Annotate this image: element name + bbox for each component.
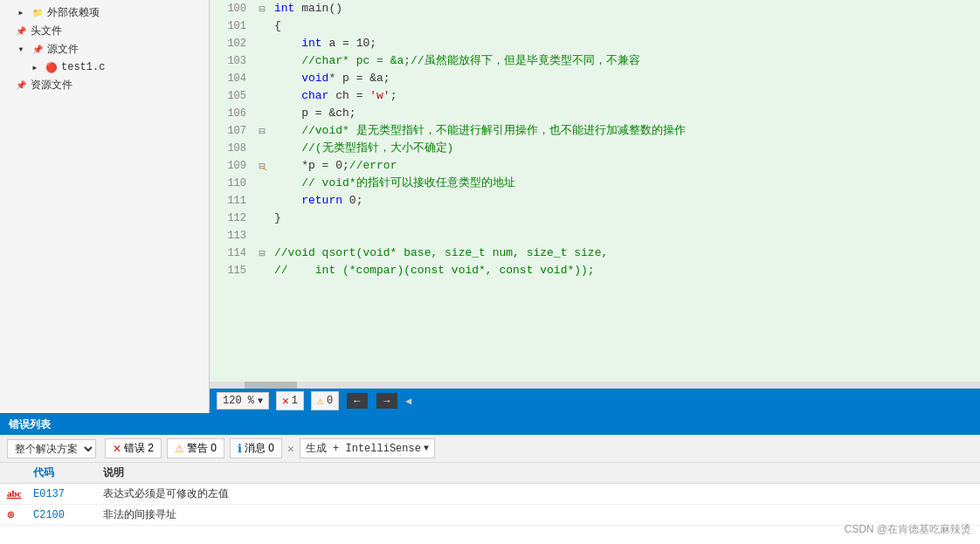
gen-label: 生成 + IntelliSense bbox=[306, 441, 421, 456]
line-marker-104 bbox=[253, 70, 271, 87]
line-code-101: { bbox=[271, 17, 980, 35]
error-row-0-desc: 表达式必须是可修改的左值 bbox=[103, 486, 973, 501]
expand-icon-file: ▶ bbox=[28, 60, 42, 74]
line-marker-103 bbox=[253, 52, 271, 70]
code-line-102: 102 int a = 10; bbox=[210, 35, 980, 52]
line-num-100: 100 bbox=[210, 0, 253, 17]
error-panel-title-text: 错误列表 bbox=[9, 419, 51, 431]
line-num-105: 105 bbox=[210, 87, 253, 105]
line-num-103: 103 bbox=[210, 52, 253, 70]
sidebar-item-resources[interactable]: 📌 资源文件 bbox=[0, 76, 209, 94]
code-line-108: 108 //(无类型指针，大小不确定) bbox=[210, 140, 980, 157]
sidebar-label-external: 外部依赖项 bbox=[47, 5, 100, 20]
line-code-113 bbox=[271, 227, 980, 244]
line-code-107: //void* 是无类型指针，不能进行解引用操作，也不能进行加减整数的操作 bbox=[271, 122, 980, 140]
pin-icon-3: 📌 bbox=[14, 79, 28, 93]
col-code-header: 代码 bbox=[33, 465, 103, 480]
line-num-111: 111 bbox=[210, 192, 253, 210]
line-num-107: 107 bbox=[210, 122, 253, 140]
code-line-111: 111 return 0; bbox=[210, 192, 980, 210]
error-row-1[interactable]: ⊗ C2100 非法的间接寻址 bbox=[0, 505, 980, 526]
line-marker-102 bbox=[253, 35, 271, 52]
error-panel-toolbar: 整个解决方案 ✕ 错误 2 ⚠ 警告 0 ℹ 消息 0 ✕ 生成 + Intel… bbox=[0, 435, 980, 463]
code-line-110: 110 // void*的指针可以接收任意类型的地址 bbox=[210, 175, 980, 192]
line-marker-107: ⊟ bbox=[253, 122, 271, 140]
error-badge[interactable]: ✕ 1 bbox=[276, 391, 304, 410]
line-marker-112 bbox=[253, 210, 271, 227]
editor-area: 100 ⊟ int main() 101 { 102 int a = 10; bbox=[210, 0, 980, 413]
sidebar-item-external-deps[interactable]: ▶ 📁 外部依赖项 bbox=[0, 3, 209, 22]
line-code-103: //char* pc = &a;//虽然能放得下，但是毕竟类型不同，不兼容 bbox=[271, 52, 980, 70]
line-marker-114: ⊟ bbox=[253, 244, 271, 262]
line-marker-115 bbox=[253, 262, 271, 279]
code-line-109: 109 ⊟ *p = 0;//error~ bbox=[210, 157, 980, 175]
line-code-109: *p = 0;//error~ bbox=[271, 157, 980, 175]
horizontal-scrollbar[interactable] bbox=[210, 382, 980, 389]
line-code-102: int a = 10; bbox=[271, 35, 980, 52]
line-marker-105 bbox=[253, 87, 271, 105]
error-row-0-icon: abc bbox=[7, 488, 33, 500]
sidebar-item-sources[interactable]: ▼ 📌 源文件 bbox=[0, 40, 209, 59]
editor-statusbar: 120 % ▼ ✕ 1 ⚠ 0 ← → ◀ bbox=[210, 389, 980, 413]
error-row-0[interactable]: abc E0137 表达式必须是可修改的左值 bbox=[0, 484, 980, 505]
error-filter-icon: ✕ bbox=[113, 443, 121, 455]
expand-icon: ▼ bbox=[14, 43, 28, 57]
code-line-100: 100 ⊟ int main() bbox=[210, 0, 980, 17]
line-num-108: 108 bbox=[210, 140, 253, 157]
collapse-icon: ▶ bbox=[14, 6, 28, 20]
pin-icon-2: 📌 bbox=[31, 43, 45, 57]
sidebar-item-headers[interactable]: 📌 头文件 bbox=[0, 22, 209, 40]
nav-forward-button[interactable]: → bbox=[376, 393, 397, 409]
line-num-102: 102 bbox=[210, 35, 253, 52]
error-x-icon: ✕ bbox=[282, 394, 289, 408]
main-area: ▶ 📁 外部依赖项 📌 头文件 ▼ 📌 源文件 ▶ 🔴 test1.c bbox=[0, 0, 980, 413]
watermark: CSDN @在肯德基吃麻辣烫 bbox=[844, 522, 971, 537]
code-container[interactable]: 100 ⊟ int main() 101 { 102 int a = 10; bbox=[210, 0, 980, 382]
error-filter-button[interactable]: ✕ 错误 2 bbox=[105, 438, 162, 458]
warn-badge[interactable]: ⚠ 0 bbox=[311, 391, 339, 410]
zoom-control[interactable]: 120 % ▼ bbox=[217, 392, 269, 410]
error-row-0-code: E0137 bbox=[33, 488, 103, 500]
sidebar-label-test1c: test1.c bbox=[61, 61, 105, 73]
line-marker-111 bbox=[253, 192, 271, 210]
line-marker-101 bbox=[253, 17, 271, 35]
warn-filter-button[interactable]: ⚠ 警告 0 bbox=[167, 438, 224, 458]
folder-icon: 📁 bbox=[31, 6, 45, 20]
app-container: ▶ 📁 外部依赖项 📌 头文件 ▼ 📌 源文件 ▶ 🔴 test1.c bbox=[0, 0, 980, 544]
warn-filter-label: 警告 0 bbox=[187, 441, 217, 456]
line-num-112: 112 bbox=[210, 210, 253, 227]
line-num-115: 115 bbox=[210, 262, 253, 279]
error-panel-title: 错误列表 bbox=[0, 415, 980, 435]
line-num-101: 101 bbox=[210, 17, 253, 35]
line-num-104: 104 bbox=[210, 70, 253, 87]
code-line-112: 112 } bbox=[210, 210, 980, 227]
line-code-111: return 0; bbox=[271, 192, 980, 210]
col-desc-header: 说明 bbox=[103, 465, 973, 480]
scroll-left-icon[interactable]: ◀ bbox=[405, 395, 411, 408]
error-count: 1 bbox=[292, 395, 298, 407]
circle-error-icon: ⊗ bbox=[7, 508, 14, 522]
line-num-106: 106 bbox=[210, 105, 253, 122]
sidebar-item-test1c[interactable]: ▶ 🔴 test1.c bbox=[0, 59, 209, 76]
scope-select[interactable]: 整个解决方案 bbox=[7, 439, 96, 458]
line-marker-113 bbox=[253, 227, 271, 244]
filter-pipe-icon: ✕ bbox=[287, 442, 294, 456]
msg-filter-button[interactable]: ℹ 消息 0 bbox=[230, 438, 282, 458]
gen-dropdown-arrow: ▼ bbox=[424, 444, 429, 453]
zoom-dropdown-icon[interactable]: ▼ bbox=[258, 396, 263, 406]
error-row-1-desc: 非法的间接寻址 bbox=[103, 507, 973, 522]
error-table: 代码 说明 abc E0137 表达式必须是可修改的左值 ⊗ C2100 非法的… bbox=[0, 463, 980, 544]
nav-back-button[interactable]: ← bbox=[347, 393, 368, 409]
line-code-112: } bbox=[271, 210, 980, 227]
scrollbar-thumb[interactable] bbox=[245, 382, 297, 389]
code-line-105: 105 char ch = 'w'; bbox=[210, 87, 980, 105]
line-code-106: p = &ch; bbox=[271, 105, 980, 122]
code-line-115: 115 // int (*compar)(const void*, const … bbox=[210, 262, 980, 279]
zoom-value: 120 % bbox=[223, 395, 254, 407]
error-row-1-code: C2100 bbox=[33, 509, 103, 521]
line-marker-100: ⊟ bbox=[253, 0, 271, 17]
gen-dropdown[interactable]: 生成 + IntelliSense ▼ bbox=[300, 438, 435, 458]
code-line-113: 113 bbox=[210, 227, 980, 244]
line-num-113: 113 bbox=[210, 227, 253, 244]
code-line-114: 114 ⊟ //void qsort(void* base, size_t nu… bbox=[210, 244, 980, 262]
